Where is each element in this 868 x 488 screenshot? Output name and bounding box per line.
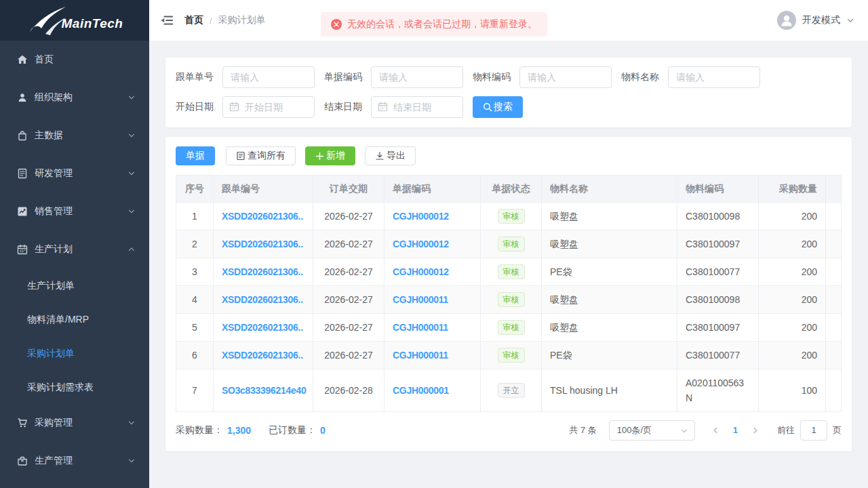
purchase-qty-value: 1,300: [227, 425, 251, 436]
prev-page-button[interactable]: [705, 426, 726, 434]
chevron-down-icon: [127, 419, 136, 427]
cell-material-name: 吸塑盘: [542, 314, 677, 342]
sidebar-item-7[interactable]: 生产管理: [0, 442, 149, 480]
content-area: 跟单单号单据编码物料编码物料名称 开始日期结束日期 搜索 单据: [149, 41, 868, 488]
ordered-qty-value: 0: [320, 425, 326, 436]
avatar[interactable]: [777, 11, 796, 30]
doc-code-link[interactable]: CGJH000001: [393, 384, 472, 397]
cell-qty: 200: [759, 203, 826, 230]
chevron-down-icon: [127, 457, 136, 465]
cell-delivery-date: 2026-02-27: [313, 314, 384, 342]
cell-track-no: XSDD2026021306..: [214, 203, 313, 230]
chevron-down-icon: [127, 131, 136, 140]
cell-status: 审核: [481, 230, 542, 258]
sidebar-subitem-2[interactable]: 采购计划单: [0, 336, 149, 370]
user-icon: [17, 92, 28, 103]
cell-extra: [826, 342, 842, 369]
sidebar-item-4[interactable]: 销售管理: [0, 192, 149, 230]
breadcrumb-home[interactable]: 首页: [184, 14, 203, 26]
cell-track-no: SO3c833396214e40: [214, 369, 313, 412]
status-badge: 审核: [498, 237, 525, 251]
sidebar-subitem-1[interactable]: 物料清单/MRP: [0, 302, 149, 336]
status-badge: 开立: [498, 383, 525, 398]
sidebar-item-label: 生产计划: [35, 243, 127, 256]
filter-input-2[interactable]: [519, 66, 612, 88]
user-avatar-icon: [777, 11, 796, 30]
pagination-total: 共 7 条: [569, 424, 596, 436]
track-no-link[interactable]: XSDD2026021306..: [222, 321, 311, 334]
cell-extra: [826, 369, 842, 412]
error-icon: [331, 19, 342, 30]
track-no-link[interactable]: SO3c833396214e40: [222, 384, 311, 397]
filter-group-3: 物料名称: [621, 66, 760, 88]
toast-message: 无效的会话，或者会话已过期，请重新登录。: [347, 18, 537, 30]
sidebar-subitem-3[interactable]: 采购计划需求表: [0, 370, 149, 404]
search-button-label: 搜索: [494, 101, 513, 113]
sidebar-subitem-0[interactable]: 生产计划单: [0, 268, 149, 302]
doc-code-link[interactable]: CGJH000011: [393, 348, 472, 362]
cell-status: 审核: [481, 203, 542, 230]
pagination: 共 7 条 100条/页 1: [569, 420, 842, 441]
sidebar-item-3[interactable]: 研发管理: [0, 155, 149, 192]
collapse-menu-icon[interactable]: [160, 14, 174, 27]
add-button[interactable]: 新增: [305, 146, 355, 165]
track-no-link[interactable]: XSDD2026021306..: [222, 209, 311, 223]
search-button[interactable]: 搜索: [473, 96, 523, 118]
plus-icon: [315, 152, 324, 161]
filter-label: 单据编码: [324, 71, 362, 83]
track-no-link[interactable]: XSDD2026021306..: [222, 237, 311, 251]
cell-qty: 200: [759, 258, 826, 286]
date-filter-group-1: 结束日期: [324, 96, 463, 118]
error-toast: 无效的会话，或者会话已过期，请重新登录。: [321, 12, 547, 37]
goto-label: 前往: [777, 424, 795, 436]
sidebar-item-label: 首页: [35, 54, 136, 66]
doc-code-link[interactable]: CGJH000011: [393, 293, 472, 306]
filter-label: 跟单单号: [176, 71, 214, 83]
track-no-link[interactable]: XSDD2026021306..: [222, 348, 311, 362]
cell-delivery-date: 2026-02-27: [313, 342, 384, 369]
cell-qty: 200: [759, 342, 826, 369]
filter-input-3[interactable]: [668, 66, 760, 88]
filter-label: 结束日期: [324, 101, 362, 113]
cell-doc-code: CGJH000012: [384, 258, 481, 286]
page-size-select[interactable]: 100条/页: [609, 420, 695, 441]
cell-status: 审核: [481, 314, 542, 342]
track-no-link[interactable]: XSDD2026021306..: [222, 293, 311, 306]
breadcrumb-current: 采购计划单: [218, 14, 266, 26]
doc-code-link[interactable]: CGJH000012: [393, 209, 472, 223]
next-page-button[interactable]: [745, 426, 766, 434]
filter-input-0[interactable]: [222, 66, 315, 88]
filter-label: 开始日期: [176, 101, 214, 113]
sidebar-item-5[interactable]: 生产计划: [0, 230, 149, 268]
sidebar-item-6[interactable]: 采购管理: [0, 404, 149, 442]
table-body: 1XSDD2026021306..2026-02-27CGJH000012审核吸…: [176, 203, 842, 412]
track-no-link[interactable]: XSDD2026021306..: [222, 265, 311, 279]
current-page[interactable]: 1: [726, 425, 745, 435]
doc-code-link[interactable]: CGJH000012: [393, 265, 472, 279]
toolbar: 单据 查询所有 新增: [176, 146, 842, 165]
doc-code-link[interactable]: CGJH000012: [393, 237, 472, 251]
doc-button[interactable]: 单据: [176, 146, 215, 165]
goto-page-input[interactable]: [800, 420, 827, 441]
cell-track-no: XSDD2026021306..: [214, 342, 313, 369]
logo-text: MainTech: [62, 16, 123, 31]
user-mode-label[interactable]: 开发模式: [802, 14, 840, 26]
cell-material-name: PE袋: [542, 258, 677, 286]
user-menu[interactable]: 开发模式: [777, 11, 854, 30]
sidebar-item-1[interactable]: 组织架构: [0, 79, 149, 117]
export-button[interactable]: 导出: [365, 146, 416, 165]
date-filter-group-0: 开始日期: [176, 96, 315, 118]
filter-row-2: 开始日期结束日期 搜索: [176, 96, 842, 118]
status-badge: 审核: [498, 209, 525, 224]
filter-input-1[interactable]: [371, 66, 463, 88]
calendar-icon: [229, 102, 239, 112]
ordered-qty-label: 已订数量：: [269, 424, 316, 436]
sidebar-item-2[interactable]: 主数据: [0, 117, 149, 155]
doc-button-label: 单据: [186, 150, 205, 162]
cell-track-no: XSDD2026021306..: [214, 230, 313, 258]
sidebar-item-0[interactable]: 首页: [0, 41, 149, 79]
download-icon: [375, 151, 384, 161]
doc-code-link[interactable]: CGJH000011: [393, 321, 472, 334]
query-all-button[interactable]: 查询所有: [226, 146, 296, 165]
calendar-icon: [378, 102, 388, 112]
